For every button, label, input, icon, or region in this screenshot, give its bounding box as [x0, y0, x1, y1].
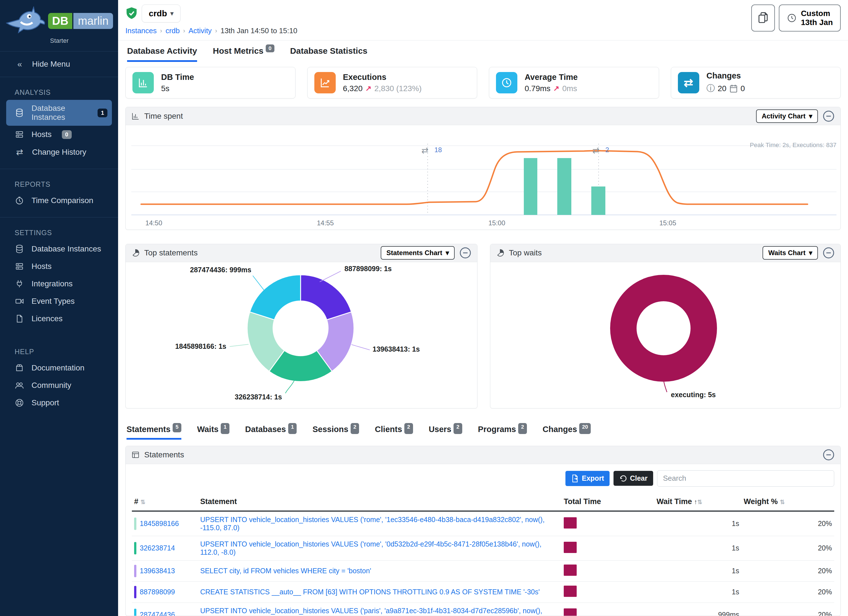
- statement-text-link[interactable]: SELECT city, id FROM vehicles WHERE city…: [200, 567, 371, 574]
- column-header-wait-time[interactable]: Wait Time ↑⇅: [654, 493, 741, 511]
- event-types-icon: [15, 297, 24, 306]
- sidebar-item-licences[interactable]: Licences: [0, 310, 118, 327]
- wait-time-value: 999ms: [654, 603, 741, 616]
- column-header-statement[interactable]: Statement: [198, 493, 562, 511]
- sort-asc-icon[interactable]: ↑: [694, 498, 698, 505]
- sort-icon[interactable]: ⇅: [141, 499, 146, 505]
- breadcrumb-instances[interactable]: Instances: [125, 27, 157, 35]
- clear-button[interactable]: Clear: [614, 471, 653, 486]
- sort-icon[interactable]: ⇅: [780, 499, 785, 505]
- sort-icon[interactable]: ⇅: [697, 499, 702, 505]
- tab-database-activity[interactable]: Database Activity: [127, 46, 197, 62]
- collapse-panel-button[interactable]: [823, 247, 835, 259]
- sidebar-item-documentation[interactable]: Documentation: [0, 359, 118, 377]
- chevron-down-icon: ▾: [446, 249, 449, 257]
- statement-id-link[interactable]: 139638413: [140, 567, 175, 575]
- sidebar-item-community[interactable]: Community: [0, 377, 118, 394]
- tab-database-statistics[interactable]: Database Statistics: [290, 46, 368, 62]
- column-header-id[interactable]: # ⇅: [132, 493, 198, 511]
- weight-value: 20%: [741, 581, 834, 603]
- tab-clients[interactable]: Clients2: [375, 425, 413, 439]
- pie-chart-icon: [496, 249, 504, 257]
- time-spent-chart[interactable]: Peak Time: 2s, Executions: 837 ⇄ 18 ⇄ 2 …: [126, 125, 841, 230]
- collapse-panel-button[interactable]: [823, 110, 835, 122]
- statement-id-link[interactable]: 1845898166: [140, 520, 179, 528]
- tab-waits[interactable]: Waits1: [197, 425, 230, 439]
- app-window: DB marlin Starter « Hide Menu ANALYSIS D…: [0, 0, 848, 616]
- breadcrumb-activity[interactable]: Activity: [189, 27, 212, 35]
- hide-menu-button[interactable]: « Hide Menu: [0, 55, 118, 73]
- tab-label: Databases: [245, 425, 286, 436]
- tab-statements[interactable]: Statements5: [126, 425, 181, 439]
- kpi-executions: Executions 6,320 ↗ 2,830 (123%): [307, 67, 477, 98]
- statement-id-link[interactable]: 287474436: [140, 611, 175, 616]
- x-axis-label: 15:00: [488, 219, 505, 227]
- executions-bar[interactable]: [557, 158, 571, 215]
- breadcrumb-crdb[interactable]: crdb: [166, 27, 180, 35]
- tab-sessions[interactable]: Sessions2: [312, 425, 359, 439]
- activity-chart-select[interactable]: Activity Chart ▾: [756, 110, 818, 123]
- export-icon: [571, 474, 579, 483]
- column-header-total-time[interactable]: Total Time: [562, 493, 654, 511]
- statement-text-link[interactable]: UPSERT INTO vehicle_location_histories V…: [200, 607, 543, 616]
- change-marker-icon[interactable]: ⇄: [592, 146, 599, 155]
- sidebar-item-label: Database Instances: [31, 245, 101, 254]
- tab-users[interactable]: Users2: [429, 425, 462, 439]
- donut-slice[interactable]: [623, 288, 704, 368]
- sidebar-item-settings-hosts[interactable]: Hosts: [0, 258, 118, 275]
- kpi-value: 0.79ms: [525, 84, 550, 93]
- collapse-panel-button[interactable]: [459, 247, 471, 259]
- sidebar-item-change-history[interactable]: ⇄ Change History: [0, 143, 118, 161]
- copy-link-button[interactable]: [751, 4, 775, 31]
- sidebar-item-database-instances[interactable]: Database Instances 1: [6, 100, 112, 126]
- tab-host-metrics[interactable]: Host Metrics0: [213, 46, 274, 62]
- statements-donut-chart[interactable]: 287474436: 999ms 887898099: 1s 184589816…: [126, 262, 477, 407]
- statements-chart-select[interactable]: Statements Chart ▾: [381, 246, 455, 260]
- tab-badge: 5: [173, 423, 181, 432]
- donut-slice[interactable]: [301, 275, 351, 320]
- divider: [0, 169, 118, 169]
- change-marker-icon[interactable]: ⇄: [421, 146, 428, 155]
- executions-bar[interactable]: [524, 158, 537, 215]
- breadcrumb-separator: ›: [215, 27, 217, 35]
- sidebar-item-time-comparison[interactable]: Time Comparison: [0, 192, 118, 209]
- statement-id-link[interactable]: 326238714: [140, 544, 175, 552]
- sidebar-item-integrations[interactable]: Integrations: [0, 275, 118, 292]
- export-button[interactable]: Export: [565, 471, 609, 486]
- main-content: crdb ▾ Instances› crdb› Activity› 13th J…: [118, 0, 848, 616]
- collapse-panel-button[interactable]: [823, 449, 835, 461]
- database-icon: [15, 244, 24, 254]
- tab-databases[interactable]: Databases1: [245, 425, 297, 439]
- label-leader-line: [664, 382, 667, 392]
- tab-programs[interactable]: Programs2: [478, 425, 527, 439]
- statement-text-link[interactable]: CREATE STATISTICS __auto__ FROM [63] WIT…: [200, 588, 540, 596]
- column-header-weight[interactable]: Weight % ⇅: [741, 493, 834, 511]
- waits-chart-select[interactable]: Waits Chart ▾: [762, 246, 818, 260]
- statement-text-link[interactable]: UPSERT INTO vehicle_location_histories V…: [200, 540, 541, 556]
- statement-id-link[interactable]: 887898099: [140, 588, 175, 596]
- sidebar-item-settings-database-instances[interactable]: Database Instances: [0, 240, 118, 258]
- table-row: 139638413 SELECT city, id FROM vehicles …: [132, 560, 834, 581]
- tab-changes[interactable]: Changes20: [543, 425, 591, 439]
- instance-selector[interactable]: crdb ▾: [142, 4, 181, 22]
- donut-slice-label: 1845898166: 1s: [175, 342, 226, 350]
- sidebar-item-hosts[interactable]: Hosts 0: [0, 126, 118, 143]
- trend-line-icon: [314, 72, 336, 94]
- time-range-button[interactable]: Custom 13th Jan: [779, 4, 841, 31]
- statement-text-link[interactable]: UPSERT INTO vehicle_location_histories V…: [200, 516, 545, 531]
- waits-donut-chart[interactable]: executing: 5s: [490, 262, 841, 407]
- brand-db-badge: DB: [48, 13, 72, 29]
- chevron-down-icon: ▾: [809, 249, 812, 257]
- executions-bar[interactable]: [591, 187, 605, 215]
- sidebar-item-event-types[interactable]: Event Types: [0, 292, 118, 310]
- search-input[interactable]: [657, 470, 834, 487]
- donut-slice-label: executing: 5s: [671, 391, 716, 399]
- donut-slice-label: 326238714: 1s: [235, 393, 282, 401]
- table-row: 1845898166 UPSERT INTO vehicle_location_…: [132, 511, 834, 536]
- instances-count-badge: 1: [98, 108, 107, 117]
- sidebar-item-label: Hosts: [31, 262, 52, 271]
- licence-icon: [15, 314, 24, 324]
- breadcrumb: Instances› crdb› Activity› 13th Jan 14:5…: [125, 27, 297, 40]
- pie-chart-icon: [131, 249, 140, 257]
- sidebar-item-support[interactable]: Support: [0, 394, 118, 411]
